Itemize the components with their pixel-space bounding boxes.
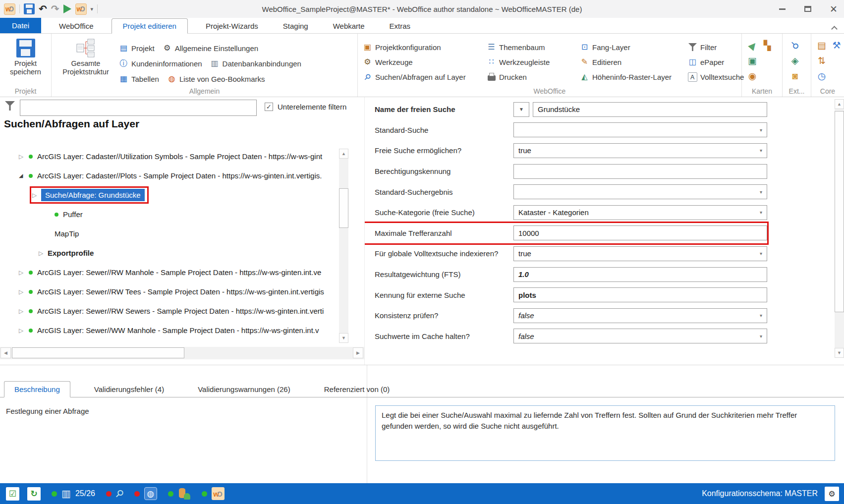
- suche-kategorie-select[interactable]: Kataster - Kategorien▾: [513, 205, 767, 220]
- volltextsuche-indexieren-select[interactable]: true▾: [513, 246, 767, 261]
- tree-item[interactable]: ▷ ArcGIS Layer: Sewer//RW Manhole - Samp…: [0, 263, 338, 282]
- undo-icon[interactable]: ↶: [39, 4, 47, 14]
- chevron-right-icon[interactable]: ▷: [32, 192, 41, 199]
- wrench-icon[interactable]: ⚒: [832, 41, 841, 50]
- ribbon-item-werkzeuge[interactable]: ⚙Werkzeuge: [363, 55, 487, 69]
- ribbon-item-datenbankanbindungen[interactable]: ▥Datenbankanbindungen: [210, 59, 301, 68]
- search-service-status-group[interactable]: ⚲: [106, 489, 123, 499]
- tab-beschreibung[interactable]: Beschreibung: [4, 381, 70, 397]
- scrollbar-thumb[interactable]: [12, 347, 184, 358]
- maximale-trefferanzahl-input[interactable]: 10000: [513, 225, 767, 240]
- name-der-freien-suche-input[interactable]: Grundstücke: [533, 102, 767, 117]
- standard-suchergebnis-select[interactable]: ▾: [513, 184, 767, 199]
- run-icon[interactable]: [63, 4, 71, 13]
- scrollbar-thumb[interactable]: [835, 111, 844, 312]
- tree-horizontal-scrollbar[interactable]: ◀ ▶: [0, 347, 364, 359]
- globe-service-status-group[interactable]: ◍: [134, 487, 157, 500]
- maximize-button[interactable]: [801, 2, 814, 15]
- tab-referenziert-von[interactable]: Referenziert von (0): [314, 382, 400, 397]
- tree-item[interactable]: ▷ ArcGIS Layer: Sewer//RW Sewers - Sampl…: [0, 301, 338, 321]
- chevron-right-icon[interactable]: ▷: [19, 269, 28, 276]
- selected-tree-item-label[interactable]: Suche/Abfrage: Grundstücke: [41, 189, 145, 201]
- save-icon[interactable]: [24, 3, 35, 14]
- chevron-right-icon[interactable]: ▷: [19, 308, 28, 315]
- database-user-status-group[interactable]: [168, 487, 191, 500]
- weboffice-service-status-group[interactable]: wƆ: [202, 487, 225, 500]
- tab-extras[interactable]: Extras: [379, 19, 422, 33]
- kennung-externe-suche-input[interactable]: plots: [513, 287, 767, 302]
- ribbon-item-tabellen[interactable]: ▦Tabellen: [119, 74, 159, 84]
- scroll-up-icon[interactable]: ▲: [835, 99, 844, 109]
- app-logo-icon[interactable]: wƆ: [4, 3, 15, 15]
- tree-item[interactable]: ▷ ArcGIS Layer: Sewer//RW Tees - Sample …: [0, 282, 338, 301]
- tab-projekt-editieren[interactable]: Projekt editieren: [112, 18, 188, 34]
- schema-settings-button[interactable]: ⚙: [825, 487, 839, 501]
- tree-item[interactable]: Puffer: [0, 205, 338, 224]
- tree-item[interactable]: MapTip: [0, 224, 338, 243]
- suchwerte-im-cache-select[interactable]: false▾: [513, 329, 767, 343]
- dropdown-button[interactable]: ▼: [513, 102, 529, 117]
- projekt-speichern-button[interactable]: Projekt speichern: [0, 38, 51, 77]
- tree-item[interactable]: ◢ ArcGIS Layer: Cadaster//Plots - Sample…: [0, 166, 338, 185]
- core-toolbar-icon[interactable]: ▤: [817, 41, 826, 50]
- ribbon-item-fang-layer[interactable]: ⊡Fang-Layer: [580, 40, 688, 55]
- map-visibility-eye-icon[interactable]: ◉: [748, 71, 757, 81]
- tab-projekt-wizards[interactable]: Projekt-Wizards: [195, 19, 269, 33]
- scroll-up-icon[interactable]: ▲: [339, 149, 348, 159]
- ribbon-item-kundeninformationen[interactable]: ⓘKundeninformationen: [119, 59, 202, 68]
- close-button[interactable]: ✕: [827, 2, 840, 15]
- ribbon-item-geo-bookmarks[interactable]: ◍Liste von Geo-Bookmarks: [167, 74, 265, 84]
- subelements-filter-checkbox[interactable]: ✓: [265, 103, 273, 111]
- scroll-down-icon[interactable]: ▼: [339, 333, 348, 343]
- ribbon-item-drucken[interactable]: Drucken: [487, 69, 580, 84]
- scroll-left-icon[interactable]: ◀: [0, 347, 11, 358]
- chevron-right-icon[interactable]: ▷: [19, 153, 28, 160]
- tab-validierungsfehler[interactable]: Validierungsfehler (4): [84, 382, 174, 397]
- tree-item[interactable]: ▷ ArcGIS Layer: Cadaster//Utilization Sy…: [0, 147, 338, 166]
- chevron-expanded-icon[interactable]: ◢: [19, 172, 28, 179]
- scrollbar-thumb[interactable]: [339, 188, 348, 228]
- server-status-group[interactable]: ▥ 25/26: [52, 489, 95, 499]
- tab-webkarte[interactable]: Webkarte: [322, 19, 376, 33]
- redo-icon[interactable]: ↷: [51, 4, 59, 14]
- pushpin-icon[interactable]: ⚲: [789, 40, 800, 51]
- properties-vertical-scrollbar[interactable]: ▲ ▼: [835, 99, 844, 358]
- validation-status-button[interactable]: ☑: [6, 487, 19, 501]
- map-marker-icon[interactable]: ◈: [791, 56, 799, 65]
- tree-vertical-scrollbar[interactable]: ▲ ▼: [339, 149, 348, 343]
- tree-filter-input[interactable]: [20, 100, 257, 116]
- resultatgewichtung-input[interactable]: 1.0: [513, 267, 767, 282]
- ribbon-item-volltextsuche[interactable]: ᎪVolltextsuche: [688, 69, 747, 84]
- map-layers-icon[interactable]: ▣: [748, 56, 757, 65]
- tab-validierungswarnungen[interactable]: Validierungswarnungen (26): [188, 382, 300, 397]
- clock-icon[interactable]: ◷: [818, 71, 826, 81]
- chevron-right-icon[interactable]: ▷: [19, 288, 28, 295]
- sync-status-button[interactable]: ↻: [27, 487, 41, 501]
- chevron-right-icon[interactable]: ▷: [19, 327, 28, 334]
- berechtigungskennung-input[interactable]: [513, 164, 767, 179]
- minimize-button[interactable]: [776, 2, 788, 15]
- konsistenz-pruefen-select[interactable]: false▾: [513, 308, 767, 323]
- tree-item[interactable]: ▷ Exportprofile: [0, 243, 338, 263]
- qat-customize-icon[interactable]: ▾: [91, 6, 94, 12]
- ribbon-item-filter[interactable]: Filter: [688, 40, 747, 55]
- database-search-icon[interactable]: ◙: [792, 71, 797, 81]
- ribbon-item-allgemeine-einstellungen[interactable]: ⚙Allgemeine Einstellungen: [163, 44, 258, 53]
- freie-suche-ermoeglichen-select[interactable]: true▾: [513, 143, 767, 158]
- slider-icon[interactable]: ⇅: [818, 56, 826, 65]
- tree-item-selected[interactable]: ▷ Suche/Abfrage: Grundstücke: [0, 185, 338, 205]
- standard-suche-select[interactable]: ▾: [513, 122, 767, 137]
- tab-staging[interactable]: Staging: [272, 19, 319, 33]
- tree-item[interactable]: ▷ ArcGIS Layer: Sewer//WW Manhole - Samp…: [0, 321, 338, 340]
- ribbon-item-editieren[interactable]: ✎Editieren: [580, 55, 688, 69]
- map-puzzle-icon[interactable]: ▚: [764, 41, 771, 50]
- tab-datei[interactable]: Datei: [0, 18, 41, 33]
- ribbon-item-projektkonfiguration[interactable]: ▣Projektkonfiguration: [363, 40, 487, 55]
- tab-weboffice[interactable]: WebOffice: [48, 19, 104, 33]
- ribbon-item-projekt[interactable]: ▤Projekt: [119, 44, 155, 53]
- ribbon-item-suchen-abfragen-auf-layer[interactable]: ⚲Suchen/Abfragen auf Layer: [363, 69, 487, 84]
- ribbon-item-themenbaum[interactable]: ☰Themenbaum: [487, 40, 580, 55]
- weboffice-quick-icon[interactable]: wƆ: [75, 3, 87, 15]
- chevron-right-icon[interactable]: ▷: [39, 250, 48, 257]
- scroll-right-icon[interactable]: ▶: [353, 347, 363, 358]
